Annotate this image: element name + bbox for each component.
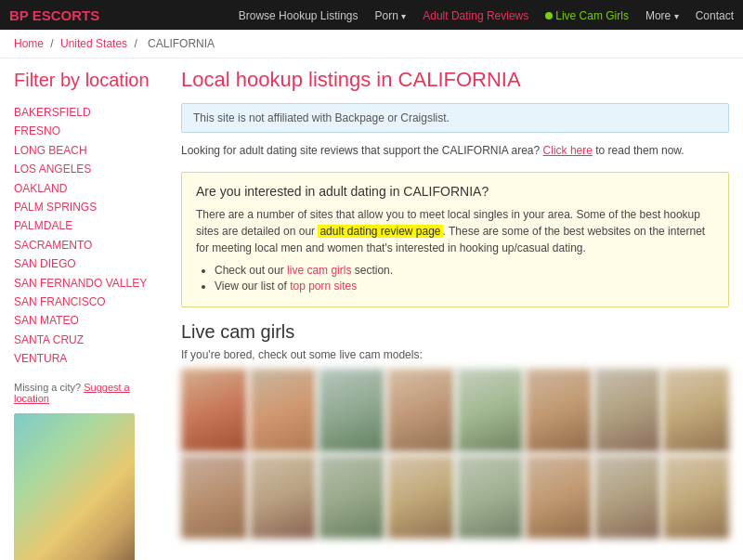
cam-thumb-7[interactable] [594,369,660,452]
live-cam-subtext: If you're bored, check out some live cam… [181,348,729,361]
cam-thumb-9[interactable] [181,455,247,539]
list-item: SAN FERNANDO VALLEY [14,274,167,293]
location-palm-springs[interactable]: PALM SPRINGS [14,198,167,216]
list-item: LOS ANGELES [14,160,167,178]
cam-thumb-14[interactable] [526,455,592,539]
disclaimer-text: This site is not affiliated with Backpag… [193,111,450,124]
location-sacramento[interactable]: SACRAMENTO [14,236,167,254]
main-content: Local hookup listings in CALIFORNIA This… [181,68,729,560]
dating-box-heading: Are you interested in adult dating in CA… [196,184,714,199]
nav-links: Browse Hookup Listings Porn ▾ Adult Dati… [239,8,734,22]
brand-logo[interactable]: BP ESCORTS [9,7,99,23]
list-item: OAKLAND [14,179,167,198]
cam-image-row1 [181,369,729,452]
cam-thumb-3[interactable] [319,369,385,452]
location-oakland[interactable]: OAKLAND [14,179,167,198]
page-title: Local hookup listings in CALIFORNIA [181,68,729,92]
cam-thumb-4[interactable] [387,369,453,452]
location-ventura[interactable]: VENTURA [14,349,167,368]
disclaimer-box: This site is not affiliated with Backpag… [181,103,729,133]
nav-contact[interactable]: Contact [696,9,734,22]
live-cam-heading: Live cam girls [181,321,729,343]
cam-thumb-10[interactable] [250,455,316,539]
list-item: FRESNO [14,122,167,140]
breadcrumb: Home / United States / CALIFORNIA [0,30,743,59]
location-san-francisco[interactable]: SAN FRANCISCO [14,293,167,311]
list-item: Check out our live cam girls section. [215,264,714,277]
list-item: SACRAMENTO [14,236,167,254]
list-item: SAN MATEO [14,311,167,330]
adult-dating-review-link[interactable]: adult dating review page [318,225,442,238]
top-porn-sites-link[interactable]: top porn sites [290,280,357,293]
list-item: PALM SPRINGS [14,198,167,216]
dating-box-body: There are a number of sites that allow y… [196,206,714,256]
location-san-mateo[interactable]: SAN MATEO [14,311,167,330]
list-item: SANTA CRUZ [14,331,167,349]
breadcrumb-sep2: / [134,37,140,50]
list-item: SAN DIEGO [14,254,167,273]
cam-thumb-8[interactable] [663,369,729,452]
cam-thumb-6[interactable] [526,369,592,452]
list-item: View our list of top porn sites [215,280,714,293]
cam-thumb-12[interactable] [387,455,453,539]
nav-more[interactable]: More ▾ [645,9,679,22]
sidebar-title: Filter by location [14,68,167,92]
dating-box-list: Check out our live cam girls section. Vi… [215,264,714,293]
list-item: SAN FRANCISCO [14,293,167,311]
cam-thumb-13[interactable] [457,455,523,539]
cam-thumb-11[interactable] [319,455,385,539]
more-dropdown-arrow: ▾ [674,11,679,21]
dating-box: Are you interested in adult dating in CA… [181,172,729,307]
nav-porn[interactable]: Porn ▾ [375,9,407,22]
sidebar-image [14,413,135,560]
content-wrapper: Home / United States / CALIFORNIA Filter… [0,30,743,560]
porn-dropdown-arrow: ▾ [401,11,406,21]
nav-browse[interactable]: Browse Hookup Listings [239,9,358,22]
location-bakersfield[interactable]: BAKERSFIELD [14,103,167,122]
breadcrumb-us[interactable]: United States [60,37,127,50]
list-item: VENTURA [14,349,167,368]
location-san-diego[interactable]: SAN DIEGO [14,254,167,273]
missing-city-text: Missing a city? Suggest a location [14,382,167,404]
nav-live-cam[interactable]: Live Cam Girls [545,9,629,22]
list-item: LONG BEACH [14,141,167,160]
sidebar: Filter by location BAKERSFIELD FRESNO LO… [14,68,181,560]
cam-thumb-16[interactable] [663,455,729,539]
cam-thumb-2[interactable] [250,369,316,452]
location-los-angeles[interactable]: LOS ANGELES [14,160,167,178]
location-long-beach[interactable]: LONG BEACH [14,141,167,160]
main-layout: Filter by location BAKERSFIELD FRESNO LO… [0,59,743,560]
click-here-link[interactable]: Click here [543,144,593,157]
live-cam-girls-link[interactable]: live cam girls [287,264,351,277]
nav-adult-dating[interactable]: Adult Dating Reviews [423,9,528,22]
cam-dot-icon [545,12,553,20]
breadcrumb-state: CALIFORNIA [148,37,215,50]
location-santa-cruz[interactable]: SANTA CRUZ [14,331,167,349]
cam-image-row2 [181,455,729,539]
cam-thumb-5[interactable] [457,369,523,452]
navbar: BP ESCORTS Browse Hookup Listings Porn ▾… [0,0,743,30]
location-san-fernando-valley[interactable]: SAN FERNANDO VALLEY [14,274,167,293]
location-palmdale[interactable]: PALMDALE [14,216,167,235]
list-item: BAKERSFIELD [14,103,167,122]
cam-thumb-1[interactable] [181,369,247,452]
cam-thumb-15[interactable] [594,455,660,539]
breadcrumb-home[interactable]: Home [14,37,44,50]
list-item: PALMDALE [14,216,167,235]
sidebar-location-list: BAKERSFIELD FRESNO LONG BEACH LOS ANGELE… [14,103,167,368]
affiliate-text: Looking for adult dating site reviews th… [181,142,729,159]
breadcrumb-sep1: / [50,37,57,50]
location-fresno[interactable]: FRESNO [14,122,167,140]
live-cam-section: Live cam girls If you're bored, check ou… [181,321,729,539]
